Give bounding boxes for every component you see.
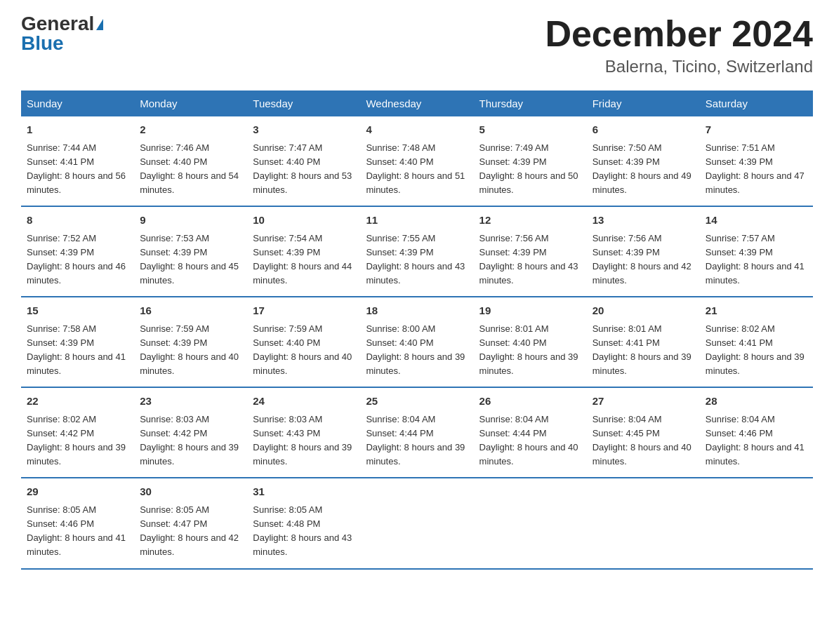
day-info: Sunrise: 7:47 AMSunset: 4:40 PMDaylight:… xyxy=(253,141,355,198)
header-tuesday: Tuesday xyxy=(247,90,360,116)
day-info: Sunrise: 8:04 AMSunset: 4:45 PMDaylight:… xyxy=(593,412,694,469)
day-number: 3 xyxy=(253,122,355,138)
day-info: Sunrise: 8:01 AMSunset: 4:41 PMDaylight:… xyxy=(593,322,694,379)
table-row: 4Sunrise: 7:48 AMSunset: 4:40 PMDaylight… xyxy=(360,116,473,206)
table-row: 17Sunrise: 7:59 AMSunset: 4:40 PMDayligh… xyxy=(247,297,360,387)
table-row: 14Sunrise: 7:57 AMSunset: 4:39 PMDayligh… xyxy=(700,206,813,297)
day-number: 5 xyxy=(479,122,581,138)
day-number: 15 xyxy=(27,303,128,319)
day-number: 17 xyxy=(253,303,355,319)
day-number: 11 xyxy=(366,213,468,229)
header-friday: Friday xyxy=(587,90,700,116)
day-number: 9 xyxy=(140,213,241,229)
day-info: Sunrise: 8:05 AMSunset: 4:46 PMDaylight:… xyxy=(27,503,128,560)
table-row: 1Sunrise: 7:44 AMSunset: 4:41 PMDaylight… xyxy=(21,116,134,206)
day-info: Sunrise: 8:02 AMSunset: 4:41 PMDaylight:… xyxy=(706,322,807,379)
day-number: 20 xyxy=(593,303,694,319)
table-row: 26Sunrise: 8:04 AMSunset: 4:44 PMDayligh… xyxy=(474,387,587,478)
day-number: 31 xyxy=(253,484,355,500)
day-number: 25 xyxy=(366,394,468,410)
logo-general-line: General xyxy=(21,14,103,34)
day-number: 30 xyxy=(140,484,241,500)
day-info: Sunrise: 7:59 AMSunset: 4:40 PMDaylight:… xyxy=(253,322,355,379)
logo-general-text: General xyxy=(21,13,94,34)
table-row: 7Sunrise: 7:51 AMSunset: 4:39 PMDaylight… xyxy=(700,116,813,206)
day-number: 1 xyxy=(27,122,128,138)
table-row xyxy=(474,478,587,568)
header-monday: Monday xyxy=(134,90,247,116)
day-info: Sunrise: 7:44 AMSunset: 4:41 PMDaylight:… xyxy=(27,141,128,198)
table-row: 20Sunrise: 8:01 AMSunset: 4:41 PMDayligh… xyxy=(587,297,700,387)
calendar-week-4: 22Sunrise: 8:02 AMSunset: 4:42 PMDayligh… xyxy=(21,387,813,478)
calendar-week-3: 15Sunrise: 7:58 AMSunset: 4:39 PMDayligh… xyxy=(21,297,813,387)
table-row: 22Sunrise: 8:02 AMSunset: 4:42 PMDayligh… xyxy=(21,387,134,478)
day-info: Sunrise: 7:52 AMSunset: 4:39 PMDaylight:… xyxy=(27,232,128,288)
table-row: 3Sunrise: 7:47 AMSunset: 4:40 PMDaylight… xyxy=(247,116,360,206)
day-number: 19 xyxy=(479,303,581,319)
day-header-row: Sunday Monday Tuesday Wednesday Thursday… xyxy=(21,90,813,116)
table-row: 16Sunrise: 7:59 AMSunset: 4:39 PMDayligh… xyxy=(134,297,247,387)
table-row: 15Sunrise: 7:58 AMSunset: 4:39 PMDayligh… xyxy=(21,297,134,387)
calendar-table: Sunday Monday Tuesday Wednesday Thursday… xyxy=(21,90,813,569)
table-row: 24Sunrise: 8:03 AMSunset: 4:43 PMDayligh… xyxy=(247,387,360,478)
day-info: Sunrise: 8:04 AMSunset: 4:46 PMDaylight:… xyxy=(706,412,807,469)
table-row: 9Sunrise: 7:53 AMSunset: 4:39 PMDaylight… xyxy=(134,206,247,297)
table-row: 13Sunrise: 7:56 AMSunset: 4:39 PMDayligh… xyxy=(587,206,700,297)
table-row: 8Sunrise: 7:52 AMSunset: 4:39 PMDaylight… xyxy=(21,206,134,297)
table-row: 2Sunrise: 7:46 AMSunset: 4:40 PMDaylight… xyxy=(134,116,247,206)
calendar-week-2: 8Sunrise: 7:52 AMSunset: 4:39 PMDaylight… xyxy=(21,206,813,297)
day-info: Sunrise: 8:04 AMSunset: 4:44 PMDaylight:… xyxy=(479,412,581,469)
location-text: Balerna, Ticino, Switzerland xyxy=(545,57,813,76)
day-info: Sunrise: 7:51 AMSunset: 4:39 PMDaylight:… xyxy=(706,141,807,198)
day-info: Sunrise: 8:02 AMSunset: 4:42 PMDaylight:… xyxy=(27,412,128,469)
table-row: 30Sunrise: 8:05 AMSunset: 4:47 PMDayligh… xyxy=(134,478,247,568)
table-row: 19Sunrise: 8:01 AMSunset: 4:40 PMDayligh… xyxy=(474,297,587,387)
day-info: Sunrise: 7:55 AMSunset: 4:39 PMDaylight:… xyxy=(366,232,468,288)
day-info: Sunrise: 7:59 AMSunset: 4:39 PMDaylight:… xyxy=(140,322,241,379)
calendar-week-5: 29Sunrise: 8:05 AMSunset: 4:46 PMDayligh… xyxy=(21,478,813,568)
table-row: 31Sunrise: 8:05 AMSunset: 4:48 PMDayligh… xyxy=(247,478,360,568)
header-wednesday: Wednesday xyxy=(360,90,473,116)
table-row: 25Sunrise: 8:04 AMSunset: 4:44 PMDayligh… xyxy=(360,387,473,478)
day-number: 22 xyxy=(27,394,128,410)
day-number: 29 xyxy=(27,484,128,500)
day-number: 13 xyxy=(593,213,694,229)
day-info: Sunrise: 7:50 AMSunset: 4:39 PMDaylight:… xyxy=(593,141,694,198)
title-section: December 2024 Balerna, Ticino, Switzerla… xyxy=(545,14,813,76)
day-info: Sunrise: 8:05 AMSunset: 4:47 PMDaylight:… xyxy=(140,503,241,560)
table-row xyxy=(360,478,473,568)
day-number: 4 xyxy=(366,122,468,138)
day-number: 7 xyxy=(706,122,807,138)
calendar-week-1: 1Sunrise: 7:44 AMSunset: 4:41 PMDaylight… xyxy=(21,116,813,206)
day-number: 28 xyxy=(706,394,807,410)
logo-triangle-icon xyxy=(96,19,103,30)
logo: General Blue xyxy=(21,14,103,53)
day-info: Sunrise: 7:56 AMSunset: 4:39 PMDaylight:… xyxy=(479,232,581,288)
day-number: 23 xyxy=(140,394,241,410)
day-number: 2 xyxy=(140,122,241,138)
table-row: 21Sunrise: 8:02 AMSunset: 4:41 PMDayligh… xyxy=(700,297,813,387)
table-row: 5Sunrise: 7:49 AMSunset: 4:39 PMDaylight… xyxy=(474,116,587,206)
day-number: 10 xyxy=(253,213,355,229)
table-row: 28Sunrise: 8:04 AMSunset: 4:46 PMDayligh… xyxy=(700,387,813,478)
day-info: Sunrise: 7:48 AMSunset: 4:40 PMDaylight:… xyxy=(366,141,468,198)
table-row: 12Sunrise: 7:56 AMSunset: 4:39 PMDayligh… xyxy=(474,206,587,297)
day-info: Sunrise: 7:54 AMSunset: 4:39 PMDaylight:… xyxy=(253,232,355,288)
day-number: 16 xyxy=(140,303,241,319)
day-number: 24 xyxy=(253,394,355,410)
day-number: 6 xyxy=(593,122,694,138)
table-row: 27Sunrise: 8:04 AMSunset: 4:45 PMDayligh… xyxy=(587,387,700,478)
day-number: 14 xyxy=(706,213,807,229)
table-row: 6Sunrise: 7:50 AMSunset: 4:39 PMDaylight… xyxy=(587,116,700,206)
day-info: Sunrise: 7:56 AMSunset: 4:39 PMDaylight:… xyxy=(593,232,694,288)
day-info: Sunrise: 8:00 AMSunset: 4:40 PMDaylight:… xyxy=(366,322,468,379)
day-info: Sunrise: 8:01 AMSunset: 4:40 PMDaylight:… xyxy=(479,322,581,379)
day-info: Sunrise: 8:03 AMSunset: 4:42 PMDaylight:… xyxy=(140,412,241,469)
header-saturday: Saturday xyxy=(700,90,813,116)
day-info: Sunrise: 7:46 AMSunset: 4:40 PMDaylight:… xyxy=(140,141,241,198)
header-thursday: Thursday xyxy=(474,90,587,116)
table-row: 10Sunrise: 7:54 AMSunset: 4:39 PMDayligh… xyxy=(247,206,360,297)
day-number: 12 xyxy=(479,213,581,229)
month-title: December 2024 xyxy=(545,14,813,54)
day-number: 26 xyxy=(479,394,581,410)
